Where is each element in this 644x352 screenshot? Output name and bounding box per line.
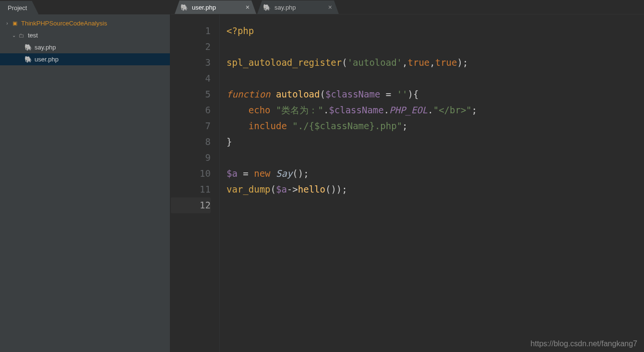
token-indent bbox=[227, 121, 249, 131]
token-keyword: function bbox=[227, 89, 271, 99]
code-line: include "./{$className}.php"; bbox=[227, 118, 644, 134]
project-panel-tab[interactable]: Project bbox=[0, 1, 38, 14]
token-var: $a bbox=[276, 184, 287, 194]
php-file-icon: 🐘 bbox=[263, 4, 271, 11]
folder-icon: 🗀 bbox=[17, 32, 26, 39]
token-punct: ; bbox=[472, 105, 477, 115]
code-editor[interactable]: <?php spl_autoload_register('autoload',t… bbox=[220, 14, 644, 352]
app-root: Project › ▣ ThinkPHPSourceCodeAnalysis ⌄… bbox=[0, 0, 644, 352]
token-punct: ( bbox=[342, 57, 347, 68]
token-punct: ( bbox=[320, 89, 325, 99]
code-line: function autoload($className = ''){ bbox=[227, 86, 644, 102]
token-string: "类名为：" bbox=[276, 105, 323, 115]
line-number: 1 bbox=[171, 23, 211, 39]
watermark-text: https://blog.csdn.net/fangkang7 bbox=[531, 340, 637, 348]
chevron-down-icon: ⌄ bbox=[11, 33, 17, 38]
token-keyword: true bbox=[435, 57, 457, 68]
token-space bbox=[271, 89, 276, 99]
token-string: '' bbox=[397, 89, 408, 99]
php-file-icon: 🐘 bbox=[180, 4, 188, 11]
token-punct: (); bbox=[292, 168, 309, 179]
token-punct: ){ bbox=[408, 89, 419, 99]
editor-tab-label: user.php bbox=[192, 4, 216, 11]
token-keyword: new bbox=[254, 168, 270, 179]
token-var: $className bbox=[329, 105, 383, 115]
line-number: 11 bbox=[171, 182, 211, 197]
token-space bbox=[271, 105, 276, 115]
project-tree[interactable]: › ▣ ThinkPHPSourceCodeAnalysis ⌄ 🗀 test … bbox=[0, 14, 170, 352]
php-file-icon: 🐘 bbox=[24, 44, 33, 51]
line-number: 2 bbox=[171, 39, 211, 55]
token-punct: . bbox=[384, 105, 389, 115]
token-php-open: <?php bbox=[227, 25, 254, 36]
token-var: $className bbox=[325, 89, 380, 99]
token-string: "./{$className}.php" bbox=[292, 121, 402, 131]
code-line bbox=[227, 150, 644, 166]
token-punct: . bbox=[428, 105, 433, 115]
code-line-current bbox=[227, 197, 644, 213]
token-op: -> bbox=[287, 184, 298, 194]
token-const: PHP_EOL bbox=[389, 105, 428, 115]
line-number: 5 bbox=[171, 86, 211, 102]
tree-file-user[interactable]: 🐘 user.php bbox=[0, 53, 170, 65]
line-number: 8 bbox=[171, 134, 211, 150]
code-line bbox=[227, 71, 644, 86]
line-number: 9 bbox=[171, 150, 211, 166]
line-number-gutter: 1 2 3 4 5 6 7 8 9 10 11 12 bbox=[171, 14, 220, 352]
tree-root-label: ThinkPHPSourceCodeAnalysis bbox=[21, 20, 107, 27]
line-number-current: 12 bbox=[171, 197, 211, 213]
php-file-icon: 🐘 bbox=[24, 56, 33, 63]
tree-file-label: user.php bbox=[35, 56, 59, 63]
token-punct: ( bbox=[271, 184, 276, 194]
token-punct: ); bbox=[457, 57, 468, 68]
code-line: $a = new Say(); bbox=[227, 166, 644, 182]
token-keyword: true bbox=[408, 57, 430, 68]
code-line bbox=[227, 39, 644, 55]
code-line: } bbox=[227, 134, 644, 150]
token-string: 'autoload' bbox=[347, 57, 402, 68]
project-icon: ▣ bbox=[11, 20, 19, 26]
editor-body[interactable]: 1 2 3 4 5 6 7 8 9 10 11 12 <?php spl_aut… bbox=[171, 14, 644, 352]
close-tab-button[interactable]: × bbox=[326, 3, 334, 11]
tree-folder-label: test bbox=[28, 32, 38, 39]
token-func: spl_autoload_register bbox=[227, 57, 342, 68]
editor-tab-say[interactable]: 🐘 say.php × bbox=[257, 0, 339, 14]
code-line: echo "类名为：".$className.PHP_EOL."</br>"; bbox=[227, 102, 644, 118]
project-panel-tab-label: Project bbox=[8, 4, 27, 12]
token-method: hello bbox=[298, 184, 325, 194]
tree-file-say[interactable]: 🐘 say.php bbox=[0, 41, 170, 53]
token-punct: . bbox=[323, 105, 329, 115]
project-panel: Project › ▣ ThinkPHPSourceCodeAnalysis ⌄… bbox=[0, 0, 171, 352]
chevron-right-icon: › bbox=[4, 21, 11, 26]
code-line: var_dump($a->hello()); bbox=[227, 182, 644, 197]
token-indent bbox=[227, 105, 249, 115]
editor-tab-user[interactable]: 🐘 user.php × bbox=[175, 0, 256, 14]
token-keyword: echo bbox=[249, 105, 271, 115]
token-func-name: autoload bbox=[276, 89, 320, 99]
code-line: <?php bbox=[227, 23, 644, 39]
token-op: = bbox=[380, 89, 396, 99]
code-line: spl_autoload_register('autoload',true,tr… bbox=[227, 55, 644, 71]
line-number: 6 bbox=[171, 102, 211, 118]
project-panel-tabs: Project bbox=[0, 0, 170, 14]
token-punct: , bbox=[429, 57, 435, 68]
token-var: $a bbox=[227, 168, 238, 179]
token-func: var_dump bbox=[227, 184, 271, 194]
token-space bbox=[271, 168, 276, 179]
line-number: 7 bbox=[171, 118, 211, 134]
token-punct: ()); bbox=[325, 184, 347, 194]
editor-area: 🐘 user.php × 🐘 say.php × 1 2 3 4 5 6 7 8… bbox=[171, 0, 644, 352]
token-punct: , bbox=[402, 57, 407, 68]
token-keyword: include bbox=[249, 121, 287, 131]
tree-folder-test[interactable]: ⌄ 🗀 test bbox=[0, 29, 170, 41]
token-class: Say bbox=[276, 168, 292, 179]
close-tab-button[interactable]: × bbox=[244, 3, 251, 11]
token-space bbox=[287, 121, 292, 131]
editor-tab-label: say.php bbox=[274, 4, 296, 11]
editor-tab-bar: 🐘 user.php × 🐘 say.php × bbox=[171, 0, 644, 14]
token-op: = bbox=[238, 168, 254, 179]
token-string: "</br>" bbox=[433, 105, 472, 115]
token-punct: ; bbox=[402, 121, 407, 131]
line-number: 10 bbox=[171, 166, 211, 182]
tree-root[interactable]: › ▣ ThinkPHPSourceCodeAnalysis bbox=[0, 17, 170, 29]
